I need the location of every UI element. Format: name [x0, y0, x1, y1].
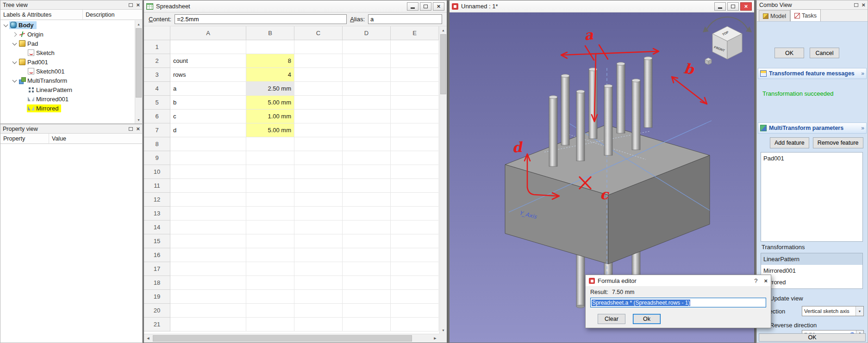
tree-item-pad[interactable]: Pad: [0, 39, 135, 48]
column-header-A[interactable]: A: [170, 26, 246, 40]
column-description[interactable]: Description: [83, 10, 142, 19]
scroll-right-icon[interactable]: ▶: [431, 334, 439, 343]
cell-B13[interactable]: [246, 207, 294, 220]
close-button[interactable]: ×: [740, 2, 752, 11]
column-header-B[interactable]: B: [246, 26, 294, 40]
scrollbar-thumb[interactable]: [440, 34, 446, 94]
tree-item-mirrored[interactable]: Mirrored: [0, 104, 135, 113]
cell-A5[interactable]: b: [170, 96, 246, 110]
cell-C1[interactable]: [294, 40, 343, 54]
cell-E4[interactable]: [391, 82, 439, 96]
scroll-up-icon[interactable]: ▲: [440, 26, 447, 34]
cell-E2[interactable]: [391, 54, 439, 68]
cell-E13[interactable]: [391, 207, 439, 220]
scroll-left-icon[interactable]: ◀: [144, 334, 152, 343]
add-feature-button[interactable]: Add feature: [770, 137, 809, 148]
cell-E15[interactable]: [391, 234, 439, 248]
messages-section-header[interactable]: Transformed feature messages »: [758, 68, 867, 79]
transformation-item-linearpattern[interactable]: LinearPattern: [761, 253, 862, 265]
cell-C4[interactable]: [294, 82, 343, 96]
cell-A9[interactable]: [170, 151, 246, 165]
cell-C9[interactable]: [294, 151, 343, 165]
cell-C16[interactable]: [294, 248, 343, 262]
cell-E20[interactable]: [391, 304, 439, 318]
cell-A10[interactable]: [170, 165, 246, 179]
scroll-down-icon[interactable]: ▼: [440, 326, 447, 334]
cell-B12[interactable]: [246, 193, 294, 207]
dropdown-arrow-icon[interactable]: ▼: [856, 306, 863, 316]
cell-E19[interactable]: [391, 290, 439, 304]
cell-A21[interactable]: [170, 318, 246, 331]
direction-select[interactable]: Vertical sketch axis ▼: [802, 306, 864, 316]
clear-button[interactable]: Clear: [598, 314, 625, 324]
cell-C10[interactable]: [294, 165, 343, 179]
close-button[interactable]: ×: [764, 277, 768, 284]
help-button[interactable]: ?: [754, 277, 757, 284]
cell-A18[interactable]: [170, 276, 246, 290]
cell-C17[interactable]: [294, 262, 343, 276]
cell-D16[interactable]: [343, 248, 391, 262]
cell-A8[interactable]: [170, 137, 246, 151]
property-view-titlebar[interactable]: Property view ×: [0, 124, 142, 134]
cell-C21[interactable]: [294, 318, 343, 331]
cell-A14[interactable]: [170, 220, 246, 234]
close-button[interactable]: ×: [433, 2, 444, 11]
minimize-button[interactable]: [407, 2, 418, 11]
row-header-11[interactable]: 11: [144, 179, 170, 193]
cell-B17[interactable]: [246, 262, 294, 276]
cell-A12[interactable]: [170, 193, 246, 207]
cell-C20[interactable]: [294, 304, 343, 318]
close-panel-icon[interactable]: ×: [862, 2, 865, 8]
transformation-item-mirrored[interactable]: Mirrored: [761, 276, 862, 288]
cell-C14[interactable]: [294, 220, 343, 234]
tab-tasks[interactable]: Tasks: [790, 9, 821, 21]
cell-E11[interactable]: [391, 179, 439, 193]
cell-B21[interactable]: [246, 318, 294, 331]
features-list[interactable]: Pad001: [761, 152, 863, 242]
cell-E12[interactable]: [391, 193, 439, 207]
alias-input[interactable]: [368, 14, 442, 24]
cell-B11[interactable]: [246, 179, 294, 193]
close-panel-icon[interactable]: ×: [136, 126, 140, 132]
row-header-6[interactable]: 6: [144, 110, 170, 123]
tree-item-sketch[interactable]: Sketch: [0, 48, 135, 57]
row-header-18[interactable]: 18: [144, 276, 170, 290]
parameters-section-header[interactable]: MultiTransform parameters »: [758, 122, 867, 134]
cell-E14[interactable]: [391, 220, 439, 234]
chevron-down-icon[interactable]: [11, 59, 18, 66]
close-panel-icon[interactable]: ×: [136, 2, 140, 8]
property-list[interactable]: [0, 144, 142, 343]
spreadsheet-titlebar[interactable]: Spreadsheet ×: [144, 0, 447, 12]
float-panel-icon[interactable]: [129, 3, 133, 7]
cell-A3[interactable]: rows: [170, 68, 246, 82]
cell-D12[interactable]: [343, 193, 391, 207]
cell-E8[interactable]: [391, 137, 439, 151]
chevron-down-icon[interactable]: [11, 40, 18, 47]
cell-D10[interactable]: [343, 165, 391, 179]
cell-B20[interactable]: [246, 304, 294, 318]
row-header-16[interactable]: 16: [144, 248, 170, 262]
remove-feature-button[interactable]: Remove feature: [813, 137, 863, 148]
formula-editor-titlebar[interactable]: Formula editor ? ×: [586, 275, 771, 286]
cell-D1[interactable]: [343, 40, 391, 54]
scroll-down-icon[interactable]: ▼: [135, 116, 142, 123]
combo-view-titlebar[interactable]: Combo View ×: [757, 0, 868, 10]
column-property[interactable]: Property: [0, 134, 49, 143]
chevron-down-icon[interactable]: [11, 77, 18, 84]
cell-A4[interactable]: a: [170, 82, 246, 96]
cell-A6[interactable]: c: [170, 110, 246, 123]
cell-A11[interactable]: [170, 179, 246, 193]
cell-D11[interactable]: [343, 179, 391, 193]
column-header-D[interactable]: D: [343, 26, 391, 40]
cell-A17[interactable]: [170, 262, 246, 276]
row-header-13[interactable]: 13: [144, 207, 170, 220]
cell-D2[interactable]: [343, 54, 391, 68]
cell-C15[interactable]: [294, 234, 343, 248]
maximize-button[interactable]: [727, 2, 739, 11]
cell-B9[interactable]: [246, 151, 294, 165]
cell-C3[interactable]: [294, 68, 343, 82]
cell-C2[interactable]: [294, 54, 343, 68]
task-ok-button[interactable]: OK: [774, 48, 804, 58]
cell-D18[interactable]: [343, 276, 391, 290]
task-cancel-button[interactable]: Cancel: [810, 48, 839, 58]
